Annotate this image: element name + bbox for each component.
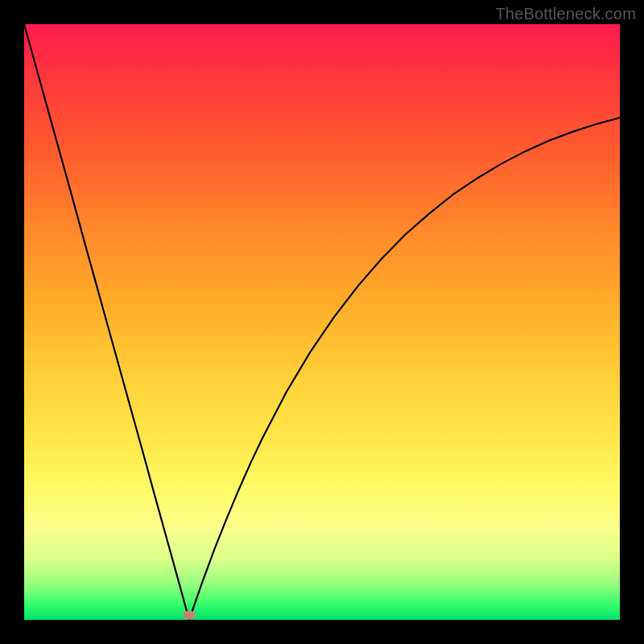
optimal-point-marker <box>183 611 196 620</box>
bottleneck-curve <box>24 24 620 620</box>
watermark-text: TheBottleneck.com <box>495 5 636 23</box>
curve-svg <box>24 24 620 620</box>
chart-frame: TheBottleneck.com <box>0 0 644 644</box>
plot-area <box>24 24 620 620</box>
